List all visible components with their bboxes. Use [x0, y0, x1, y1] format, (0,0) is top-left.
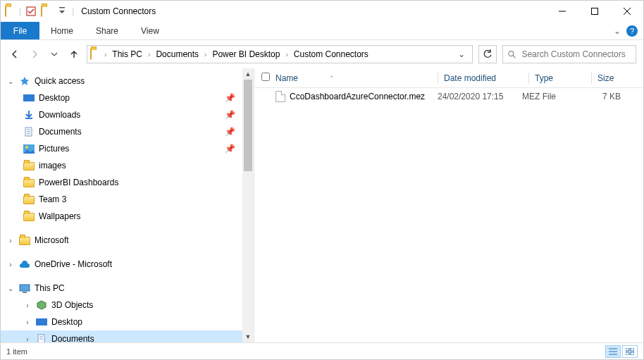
- chevron-right-icon[interactable]: ›: [23, 335, 32, 343]
- pictures-icon: [23, 143, 35, 154]
- tree-powerbi-dashboards[interactable]: PowerBI Dashboards: [1, 174, 242, 191]
- 3d-icon: [36, 299, 47, 311]
- column-date[interactable]: Date modified: [444, 73, 528, 83]
- address-dropdown-button[interactable]: ⌄: [454, 49, 469, 59]
- tree-team3[interactable]: Team 3: [1, 191, 242, 208]
- tree-this-pc[interactable]: ⌄This PC: [1, 280, 242, 297]
- cloud-icon: [19, 259, 30, 270]
- ribbon-expand-button[interactable]: ⌄: [614, 26, 621, 36]
- tree-wallpapers[interactable]: Wallpapers: [1, 208, 242, 225]
- tab-view[interactable]: View: [130, 22, 171, 39]
- separator: |: [72, 6, 74, 16]
- search-input[interactable]: [521, 49, 631, 59]
- svg-line-4: [624, 8, 631, 15]
- chevron-down-icon[interactable]: ⌄: [6, 77, 15, 85]
- tab-share[interactable]: Share: [85, 22, 130, 39]
- chevron-right-icon[interactable]: ›: [6, 261, 15, 268]
- tree-label: Pictures: [39, 144, 221, 154]
- tree-downloads[interactable]: Downloads📌: [1, 106, 242, 123]
- tree-label: Wallpapers: [39, 211, 242, 221]
- tree-pictures[interactable]: Pictures📌: [1, 140, 242, 157]
- ribbon-menu: File Home Share View ⌄ ?: [1, 22, 643, 40]
- breadcrumb-separator[interactable]: ›: [147, 51, 151, 58]
- svg-line-5: [624, 8, 631, 15]
- svg-rect-26: [626, 352, 629, 355]
- file-size: 7 KB: [578, 92, 621, 101]
- tree-pc-documents[interactable]: ›Documents: [1, 330, 242, 342]
- breadcrumb-separator[interactable]: ›: [284, 51, 289, 58]
- pin-icon: 📌: [225, 110, 242, 120]
- svg-rect-24: [626, 348, 629, 351]
- folder-icon: [19, 235, 30, 246]
- file-row[interactable]: CcoDashboardAzureConnector.mez 24/02/202…: [254, 88, 643, 105]
- help-button[interactable]: ?: [626, 25, 638, 37]
- select-all-checkbox[interactable]: [261, 73, 270, 81]
- column-size[interactable]: Size: [597, 73, 640, 83]
- tree-label: OneDrive - Microsoft: [35, 259, 242, 269]
- tree-scrollbar[interactable]: ▲ ▼: [242, 68, 254, 342]
- qat-new-folder-button[interactable]: [41, 6, 52, 17]
- tab-file[interactable]: File: [1, 22, 39, 39]
- chevron-right-icon[interactable]: ›: [23, 302, 32, 309]
- tree-label: 3D Objects: [51, 300, 242, 310]
- scroll-down-button[interactable]: ▼: [242, 331, 254, 342]
- refresh-button[interactable]: [478, 45, 497, 63]
- navigation-row: › This PC › Documents › Power BI Desktop…: [1, 40, 643, 68]
- view-icons-button[interactable]: [622, 345, 638, 358]
- tree-documents[interactable]: Documents📌: [1, 123, 242, 140]
- svg-rect-8: [23, 94, 35, 101]
- chevron-right-icon[interactable]: ›: [6, 237, 15, 244]
- nav-recent-button[interactable]: [47, 47, 61, 61]
- scroll-up-button[interactable]: ▲: [242, 68, 254, 80]
- breadcrumb-documents[interactable]: Documents: [153, 49, 202, 59]
- qat-customize-button[interactable]: [55, 4, 69, 19]
- tab-home[interactable]: Home: [39, 22, 85, 39]
- nav-forward-button[interactable]: [27, 47, 42, 61]
- qat-properties-button[interactable]: [24, 4, 38, 19]
- file-type: MEZ File: [522, 92, 578, 101]
- svg-rect-25: [631, 348, 634, 351]
- search-box[interactable]: [502, 45, 636, 63]
- nav-back-button[interactable]: [8, 47, 22, 61]
- status-text: 1 item: [6, 347, 27, 356]
- breadcrumb-powerbi[interactable]: Power BI Desktop: [209, 49, 283, 59]
- breadcrumb-this-pc[interactable]: This PC: [109, 49, 145, 59]
- chevron-down-icon[interactable]: ⌄: [6, 285, 15, 292]
- pin-icon: 📌: [225, 93, 242, 103]
- minimize-button[interactable]: [546, 1, 578, 22]
- svg-rect-16: [23, 292, 27, 293]
- breadcrumb-separator[interactable]: ›: [203, 51, 208, 58]
- address-bar[interactable]: › This PC › Documents › Power BI Desktop…: [87, 45, 473, 63]
- tree-label: Desktop: [39, 93, 221, 103]
- tree-3d-objects[interactable]: ›3D Objects: [1, 297, 242, 314]
- tree-label: Desktop: [51, 317, 242, 327]
- tree-desktop[interactable]: Desktop📌: [1, 89, 242, 106]
- folder-icon: [23, 177, 35, 188]
- file-icon: [275, 91, 285, 102]
- title-bar: | | Custom Connectors: [1, 1, 643, 22]
- tree-label: Documents: [39, 127, 221, 137]
- tree-pc-desktop[interactable]: ›Desktop: [1, 314, 242, 330]
- tree-images[interactable]: images: [1, 157, 242, 174]
- scroll-thumb[interactable]: [244, 80, 252, 171]
- svg-rect-3: [592, 8, 598, 15]
- tree-label: Documents: [51, 334, 242, 342]
- pin-icon: 📌: [225, 144, 242, 154]
- column-name[interactable]: Name⌃: [275, 73, 438, 83]
- downloads-icon: [23, 109, 35, 120]
- nav-up-button[interactable]: [67, 47, 81, 61]
- column-headers: Name⌃ Date modified Type Size: [254, 68, 643, 88]
- view-details-button[interactable]: [605, 345, 621, 358]
- chevron-right-icon[interactable]: ›: [23, 318, 32, 326]
- navigation-tree: ⌄ Quick access Desktop📌 Downloads📌 Docum…: [1, 68, 242, 342]
- breadcrumb-separator[interactable]: ›: [103, 51, 108, 58]
- tree-label: This PC: [35, 283, 242, 293]
- breadcrumb-connectors[interactable]: Custom Connectors: [291, 49, 371, 59]
- tree-microsoft[interactable]: ›Microsoft: [1, 232, 242, 249]
- maximize-button[interactable]: [578, 1, 611, 22]
- column-type[interactable]: Type: [535, 73, 591, 83]
- tree-onedrive[interactable]: ›OneDrive - Microsoft: [1, 256, 242, 273]
- tree-quick-access[interactable]: ⌄ Quick access: [1, 73, 242, 89]
- desktop-icon: [36, 316, 47, 328]
- close-button[interactable]: [611, 1, 643, 22]
